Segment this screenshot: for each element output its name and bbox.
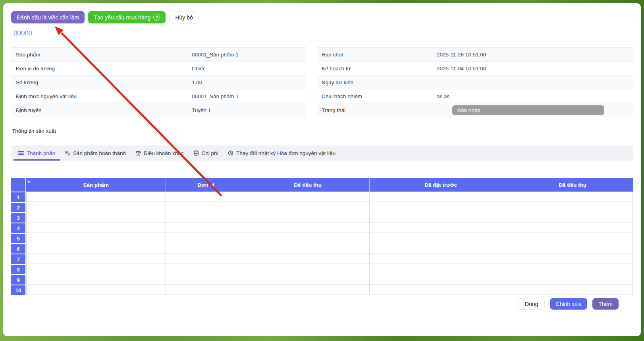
tab-finished-products[interactable]: Sản phẩm hoàn thành bbox=[60, 145, 131, 161]
grid-cell[interactable] bbox=[166, 223, 246, 233]
field-value: 00001_Sản phẩm 1 bbox=[192, 93, 239, 99]
mark-todo-button[interactable]: Đánh dấu là việc cần làm bbox=[11, 11, 85, 23]
grid-corner-cell[interactable] bbox=[11, 178, 25, 192]
tab-other-terms[interactable]: Điều khoản khác bbox=[131, 145, 189, 161]
row-number[interactable]: 5 bbox=[11, 234, 25, 243]
field-value: 2025-11-04 10:51:00 bbox=[437, 66, 486, 72]
grid-cell[interactable] bbox=[246, 233, 370, 243]
section-divider bbox=[11, 139, 633, 139]
grid-cell[interactable] bbox=[26, 192, 166, 202]
detail-row-quantity: Số lượng 1.00 bbox=[11, 76, 306, 89]
grid-cell[interactable] bbox=[26, 254, 166, 264]
grid-row: 1 bbox=[11, 192, 633, 202]
create-purchase-request-label: Tạo yêu cầu mua hàng bbox=[94, 14, 150, 21]
grid-cell[interactable] bbox=[166, 285, 246, 295]
row-number[interactable]: 6 bbox=[11, 244, 25, 254]
tab-components[interactable]: Thành phần bbox=[13, 145, 60, 161]
grid-cell[interactable] bbox=[166, 264, 246, 274]
grid-cell[interactable] bbox=[512, 254, 633, 264]
grid-cell[interactable] bbox=[370, 212, 512, 223]
column-header-consumed[interactable]: Đã tiêu thụ bbox=[512, 178, 633, 192]
cancel-button[interactable]: Hủy bỏ bbox=[169, 11, 199, 23]
status-badge: Bản nháp bbox=[452, 105, 604, 115]
grid-cell[interactable] bbox=[246, 285, 370, 295]
grid-cell[interactable] bbox=[370, 264, 512, 274]
row-number[interactable]: 1 bbox=[11, 192, 25, 202]
grid-cell[interactable] bbox=[512, 223, 633, 233]
grid-cell[interactable] bbox=[370, 202, 512, 212]
grid-cell[interactable] bbox=[370, 285, 512, 295]
add-button[interactable]: Thêm bbox=[592, 298, 619, 310]
help-icon[interactable]: ? bbox=[153, 14, 160, 21]
row-number[interactable]: 7 bbox=[11, 254, 25, 264]
grid-cell[interactable] bbox=[246, 223, 370, 233]
details-section: Sản phẩm 00001_Sản phẩm 1 Đơn vị đo lườn… bbox=[11, 47, 633, 117]
grid-cell[interactable] bbox=[512, 212, 633, 223]
column-header-unit[interactable]: Đơn vị bbox=[166, 178, 246, 192]
grid-cell[interactable] bbox=[370, 192, 512, 202]
grid-cell[interactable] bbox=[370, 254, 512, 264]
grid-cell[interactable] bbox=[512, 202, 633, 212]
grid-cell[interactable] bbox=[246, 202, 370, 212]
tab-costs[interactable]: Chi phí bbox=[189, 145, 224, 161]
grid-cell[interactable] bbox=[166, 254, 246, 264]
field-label: Định tuyến bbox=[11, 107, 192, 113]
grid-cell[interactable] bbox=[166, 233, 246, 243]
grid-cell[interactable] bbox=[370, 223, 512, 233]
row-number[interactable]: 8 bbox=[11, 265, 25, 274]
grid-cell[interactable] bbox=[512, 233, 633, 243]
grid-cell[interactable] bbox=[166, 192, 246, 202]
grid-cell[interactable] bbox=[512, 285, 633, 295]
column-header-product[interactable]: ▶ Sản phẩm bbox=[26, 178, 166, 192]
grid-cell[interactable] bbox=[512, 192, 633, 202]
row-number[interactable]: 9 bbox=[11, 275, 25, 285]
grid-cell[interactable] bbox=[370, 274, 512, 285]
grid-cell[interactable] bbox=[166, 243, 246, 254]
footer-actions: Đóng Chỉnh sửa Thêm bbox=[11, 298, 633, 310]
record-title: 00000 bbox=[13, 29, 633, 37]
edit-button[interactable]: Chỉnh sửa bbox=[550, 298, 588, 310]
grid-cell[interactable] bbox=[26, 274, 166, 285]
grid-cell[interactable] bbox=[246, 254, 370, 264]
grid-cell[interactable] bbox=[166, 212, 246, 223]
column-header-label: Đã tiêu thụ bbox=[559, 182, 586, 188]
grid-cell[interactable] bbox=[26, 212, 166, 223]
field-value: as as bbox=[437, 93, 449, 99]
grid-row: 9 bbox=[11, 274, 633, 285]
grid-cell[interactable] bbox=[246, 212, 370, 223]
grid-cell[interactable] bbox=[26, 202, 166, 212]
grid-cell[interactable] bbox=[166, 274, 246, 285]
column-header-to-consume[interactable]: Để tiêu thụ bbox=[246, 178, 370, 192]
grid-cell[interactable] bbox=[370, 243, 512, 254]
tab-label: Sản phẩm hoàn thành bbox=[73, 150, 126, 156]
row-number[interactable]: 10 bbox=[11, 285, 25, 295]
grid-cell[interactable] bbox=[512, 264, 633, 274]
grid-cell[interactable] bbox=[26, 223, 166, 233]
grid-cell[interactable] bbox=[370, 233, 512, 243]
row-number[interactable]: 4 bbox=[11, 223, 25, 233]
grid-row: 3 bbox=[11, 212, 633, 223]
grid-cell[interactable] bbox=[512, 274, 633, 285]
grid-row: 2 bbox=[11, 202, 633, 212]
grid-cell[interactable] bbox=[26, 233, 166, 243]
field-value: Tuyến 1 bbox=[192, 107, 211, 113]
field-value: 2025-11-26 10:51:00 bbox=[437, 52, 486, 58]
grid-cell[interactable] bbox=[246, 192, 370, 202]
grid-cell[interactable] bbox=[166, 202, 246, 212]
grid-cell[interactable] bbox=[26, 264, 166, 274]
create-purchase-request-button[interactable]: Tạo yêu cầu mua hàng ? bbox=[88, 11, 166, 23]
tab-bom-change-log[interactable]: Thay đổi nhật ký Hóa đơn nguyên vật liệu bbox=[223, 145, 340, 161]
grid-cell[interactable] bbox=[246, 264, 370, 274]
row-number[interactable]: 3 bbox=[11, 213, 25, 223]
row-number[interactable]: 2 bbox=[11, 203, 25, 212]
close-button[interactable]: Đóng bbox=[519, 298, 544, 310]
grid-cell[interactable] bbox=[246, 243, 370, 254]
grid-body: 1 2 3 4 5 6 7 bbox=[11, 192, 633, 295]
list-icon bbox=[18, 150, 24, 156]
grid-cell[interactable] bbox=[26, 285, 166, 295]
grid-cell[interactable] bbox=[246, 274, 370, 285]
column-header-reserved[interactable]: Đã đặt trước bbox=[370, 178, 512, 192]
grid-cell[interactable] bbox=[26, 243, 166, 254]
grid-cell[interactable] bbox=[512, 243, 633, 254]
grid-row: 7 bbox=[11, 254, 633, 264]
